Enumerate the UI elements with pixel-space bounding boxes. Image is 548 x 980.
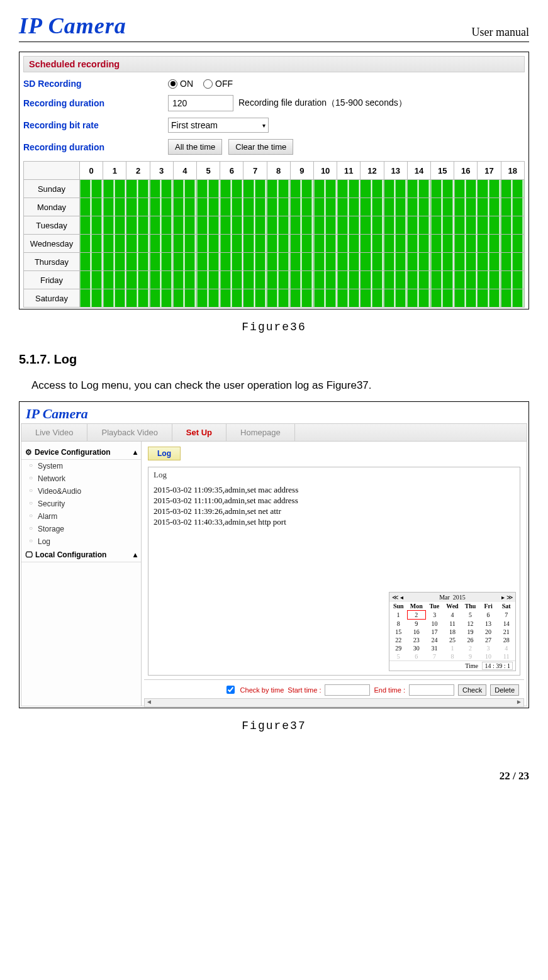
schedule-cell[interactable]	[314, 289, 337, 308]
schedule-cell[interactable]	[454, 289, 478, 308]
schedule-cell[interactable]	[173, 235, 196, 253]
schedule-cell[interactable]	[501, 235, 524, 253]
schedule-cell[interactable]	[384, 271, 407, 289]
schedule-cell[interactable]	[150, 198, 173, 216]
calendar-day[interactable]: 10	[479, 652, 498, 660]
schedule-cell[interactable]	[126, 216, 150, 235]
calendar-day[interactable]: 10	[425, 620, 444, 628]
schedule-cell[interactable]	[103, 271, 126, 289]
schedule-cell[interactable]	[197, 253, 220, 271]
schedule-cell[interactable]	[314, 198, 337, 216]
schedule-cell[interactable]	[220, 271, 243, 289]
calendar-day[interactable]: 4	[444, 611, 462, 620]
schedule-cell[interactable]	[173, 180, 196, 198]
schedule-cell[interactable]	[337, 289, 361, 308]
radio-on[interactable]	[168, 79, 177, 89]
schedule-cell[interactable]	[384, 216, 407, 235]
calendar-day[interactable]: 13	[479, 620, 498, 628]
schedule-cell[interactable]	[197, 216, 220, 235]
schedule-cell[interactable]	[126, 253, 150, 271]
tab-set-up[interactable]: Set Up	[172, 424, 226, 441]
sidebar-item-network[interactable]: Network	[21, 472, 141, 485]
schedule-cell[interactable]	[173, 216, 196, 235]
schedule-cell[interactable]	[80, 216, 103, 235]
schedule-cell[interactable]	[243, 271, 267, 289]
schedule-cell[interactable]	[384, 253, 407, 271]
schedule-cell[interactable]	[337, 253, 361, 271]
schedule-cell[interactable]	[478, 198, 501, 216]
calendar-day[interactable]: 28	[497, 636, 515, 644]
schedule-cell[interactable]	[337, 271, 361, 289]
tab-homepage[interactable]: Homepage	[226, 424, 295, 441]
calendar-day[interactable]: 1	[389, 611, 408, 620]
schedule-cell[interactable]	[407, 253, 430, 271]
calendar-day[interactable]: 6	[408, 652, 426, 660]
calendar-day[interactable]: 15	[389, 628, 408, 636]
calendar-day[interactable]: 5	[389, 652, 408, 660]
schedule-cell[interactable]	[290, 271, 313, 289]
calendar-prev-icon[interactable]: ≪ ◂	[392, 594, 403, 601]
schedule-cell[interactable]	[407, 289, 430, 308]
schedule-cell[interactable]	[454, 216, 478, 235]
schedule-cell[interactable]	[454, 271, 478, 289]
calendar-day[interactable]: 8	[389, 620, 408, 628]
button-check[interactable]: Check	[458, 684, 486, 696]
calendar-day[interactable]: 17	[425, 628, 444, 636]
schedule-cell[interactable]	[431, 216, 454, 235]
schedule-cell[interactable]	[220, 289, 243, 308]
schedule-cell[interactable]	[314, 271, 337, 289]
schedule-cell[interactable]	[361, 235, 384, 253]
calendar-day[interactable]: 19	[461, 628, 479, 636]
calendar-day[interactable]: 2	[461, 644, 479, 652]
tab-live-video[interactable]: Live Video	[21, 424, 87, 441]
button-all-the-time[interactable]: All the time	[168, 139, 222, 155]
schedule-cell[interactable]	[197, 271, 220, 289]
select-bitrate[interactable]: First stream ▾	[168, 118, 269, 133]
calendar-day[interactable]: 21	[497, 628, 515, 636]
button-clear-the-time[interactable]: Clear the time	[228, 139, 293, 155]
schedule-cell[interactable]	[337, 216, 361, 235]
schedule-cell[interactable]	[80, 180, 103, 198]
schedule-cell[interactable]	[103, 216, 126, 235]
schedule-cell[interactable]	[314, 180, 337, 198]
schedule-cell[interactable]	[243, 216, 267, 235]
calendar-day[interactable]: 5	[461, 611, 479, 620]
schedule-cell[interactable]	[454, 180, 478, 198]
schedule-cell[interactable]	[361, 289, 384, 308]
schedule-cell[interactable]	[150, 216, 173, 235]
schedule-cell[interactable]	[431, 289, 454, 308]
schedule-cell[interactable]	[431, 271, 454, 289]
sidebar-item-video-audio[interactable]: Video&Audio	[21, 485, 141, 498]
calendar-day[interactable]: 7	[497, 611, 515, 620]
schedule-cell[interactable]	[431, 235, 454, 253]
calendar-day[interactable]: 25	[444, 636, 462, 644]
schedule-cell[interactable]	[126, 235, 150, 253]
calendar-day[interactable]: 8	[444, 652, 462, 660]
calendar-day[interactable]: 26	[461, 636, 479, 644]
schedule-cell[interactable]	[290, 216, 313, 235]
schedule-cell[interactable]	[220, 216, 243, 235]
calendar-day[interactable]: 23	[408, 636, 426, 644]
schedule-cell[interactable]	[80, 235, 103, 253]
schedule-cell[interactable]	[103, 253, 126, 271]
schedule-cell[interactable]	[267, 289, 290, 308]
schedule-cell[interactable]	[243, 180, 267, 198]
schedule-cell[interactable]	[267, 198, 290, 216]
schedule-cell[interactable]	[150, 253, 173, 271]
calendar-day[interactable]: 29	[389, 644, 408, 652]
calendar-day[interactable]: 22	[389, 636, 408, 644]
schedule-cell[interactable]	[454, 253, 478, 271]
calendar-day[interactable]: 24	[425, 636, 444, 644]
calendar-day[interactable]: 27	[479, 636, 498, 644]
schedule-cell[interactable]	[267, 253, 290, 271]
schedule-cell[interactable]	[173, 289, 196, 308]
schedule-cell[interactable]	[478, 271, 501, 289]
schedule-cell[interactable]	[501, 253, 524, 271]
schedule-cell[interactable]	[431, 253, 454, 271]
schedule-cell[interactable]	[126, 289, 150, 308]
schedule-cell[interactable]	[384, 198, 407, 216]
checkbox-check-by-time[interactable]	[226, 686, 235, 694]
schedule-cell[interactable]	[478, 216, 501, 235]
calendar[interactable]: ≪ ◂ Mar 2015 ▸ ≫ SunMonTueWedThuFriSat12…	[389, 592, 516, 671]
schedule-cell[interactable]	[220, 198, 243, 216]
